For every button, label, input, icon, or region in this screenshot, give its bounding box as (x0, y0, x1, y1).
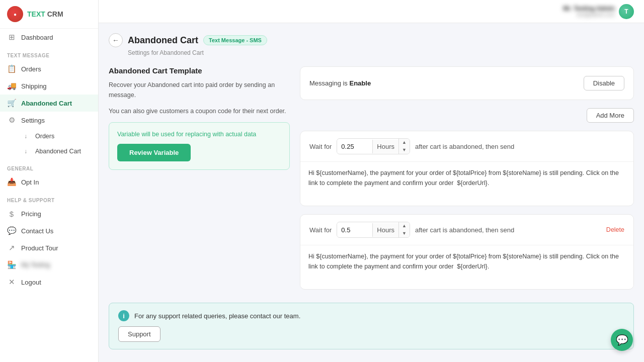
sidebar-item-opt-in[interactable]: 📥 Opt In (0, 173, 98, 191)
dashboard-icon: ⊞ (7, 33, 16, 42)
sidebar-item-user-store[interactable]: 🏪 My Testing (0, 256, 98, 274)
wait-input-group-2: Hours ▲ ▼ (337, 222, 410, 238)
settings-abandoned-cart-icon: ↓ (21, 147, 30, 156)
messaging-status-row: Messaging is Enable Disable (309, 76, 624, 90)
section-title: Abandoned Cart Template (109, 66, 290, 75)
msg-wrap-2: Hi ${customerName}, the payment for your… (300, 245, 633, 289)
app-logo: ● TEXT CRM (0, 0, 98, 29)
logout-icon: ✕ (7, 278, 16, 287)
sidebar-item-settings-abandoned-cart[interactable]: ↓ Abandoned Cart (21, 144, 98, 159)
wait-label-2: Wait for (309, 226, 332, 234)
disable-button[interactable]: Disable (584, 76, 624, 90)
back-button[interactable]: ← (109, 33, 123, 47)
support-button[interactable]: Support (118, 326, 160, 342)
settings-submenu: ↓ Orders ↓ Abandoned Cart (0, 129, 98, 159)
product-tour-icon: ↗ (7, 243, 16, 252)
delete-button-2[interactable]: Delete (606, 226, 624, 233)
wait-number-input-1[interactable] (337, 140, 372, 153)
sidebar-item-abandoned-cart[interactable]: 🛒 Abandoned Cart (0, 95, 98, 112)
support-row: i For any support related queries, pleas… (118, 310, 624, 321)
wait-unit-1: Hours (372, 140, 398, 153)
review-variable-button[interactable]: Review Variable (117, 144, 191, 161)
sms-badge: Text Message - SMS (203, 35, 267, 45)
after-text-1: after cart is abandoned, then send (415, 143, 624, 150)
settings-orders-icon: ↓ (21, 132, 30, 141)
wait-spinner-2: ▲ ▼ (398, 222, 410, 237)
sidebar-item-contact-us[interactable]: 💬 Contact Us (0, 222, 98, 239)
sidebar-item-orders[interactable]: 📋 Orders (0, 60, 98, 77)
sidebar-item-settings-orders[interactable]: ↓ Orders (21, 129, 98, 144)
messaging-status-card: Messaging is Enable Disable (300, 66, 634, 100)
right-panel: Messaging is Enable Disable Add More Wai… (300, 66, 634, 298)
chat-fab-button[interactable]: 💬 (611, 329, 633, 351)
settings-icon: ⚙ (7, 116, 16, 125)
after-text-2: after cart is abandoned, then send (415, 226, 601, 234)
spinner-up-1[interactable]: ▲ (399, 139, 410, 146)
sidebar-item-logout[interactable]: ✕ Logout (0, 274, 98, 291)
msg-wrap-1: Hi ${customerName}, the payment for your… (300, 161, 633, 206)
user-name: Mr. Testing Admin (563, 5, 615, 12)
content-row: Abandoned Cart Template Recover your Aba… (109, 66, 634, 298)
page-header: ← Abandoned Cart Text Message - SMS (109, 33, 634, 47)
support-bar: i For any support related queries, pleas… (109, 303, 634, 349)
contact-us-icon: 💬 (7, 226, 16, 235)
spinner-up-2[interactable]: ▲ (399, 222, 410, 230)
sidebar-item-dashboard[interactable]: ⊞ Dashboard (0, 29, 98, 46)
left-panel: Abandoned Cart Template Recover your Aba… (109, 66, 290, 170)
sidebar: ● TEXT CRM ⊞ Dashboard TEXT MESSAGE 📋 Or… (0, 0, 99, 362)
app-name: TEXT CRM (27, 10, 63, 18)
section-desc-1: Recover your Abandoned cart into paid or… (109, 80, 290, 100)
general-section-label: GENERAL (0, 159, 98, 173)
message-textarea-1[interactable]: Hi ${customerName}, the payment for your… (300, 161, 633, 204)
wait-card-2-header: Wait for Hours ▲ ▼ after cart is abandon… (300, 215, 633, 245)
topbar: Mr. Testing Admin test@admin.com T (99, 0, 644, 23)
wait-unit-2: Hours (372, 223, 398, 237)
sidebar-item-settings[interactable]: ⚙ Settings (0, 112, 98, 129)
main-content: ← Abandoned Cart Text Message - SMS Sett… (99, 23, 644, 362)
shipping-icon: 🚚 (7, 81, 16, 90)
opt-in-icon: 📥 (7, 177, 16, 187)
wait-spinner-1: ▲ ▼ (398, 139, 410, 154)
section-desc-2: You can also give customers a coupon cod… (109, 106, 290, 116)
wait-label-1: Wait for (309, 143, 332, 150)
help-section-label: HELP & SUPPORT (0, 191, 98, 205)
messaging-status-label: Messaging is Enable (309, 79, 371, 87)
store-icon: 🏪 (7, 260, 16, 269)
support-text: For any support related queries, please … (134, 312, 300, 320)
spinner-down-1[interactable]: ▼ (399, 146, 410, 154)
wait-input-group-1: Hours ▲ ▼ (337, 138, 410, 154)
add-more-button[interactable]: Add More (587, 108, 634, 123)
info-icon: i (118, 310, 129, 321)
orders-icon: 📋 (7, 64, 16, 73)
avatar: T (619, 4, 634, 19)
page-title: Abandoned Cart (128, 35, 198, 46)
spinner-down-2[interactable]: ▼ (399, 230, 410, 237)
sidebar-item-shipping[interactable]: 🚚 Shipping (0, 77, 98, 95)
abandoned-cart-icon: 🛒 (7, 99, 16, 108)
wait-number-input-2[interactable] (337, 223, 372, 237)
wait-card-1-header: Wait for Hours ▲ ▼ after cart is abandon… (300, 131, 633, 161)
text-message-section-label: TEXT MESSAGE (0, 46, 98, 60)
add-more-row: Add More (300, 108, 634, 123)
page-subtitle: Settings for Abandoned Cart (128, 49, 634, 56)
sidebar-item-pricing[interactable]: $ Pricing (0, 205, 98, 222)
variable-hint: Variable will be used for replacing with… (117, 131, 281, 138)
user-email: test@admin.com (563, 12, 615, 18)
wait-card-1: Wait for Hours ▲ ▼ after cart is abandon… (300, 131, 634, 206)
wait-card-2: Wait for Hours ▲ ▼ after cart is abandon… (300, 214, 634, 290)
sidebar-item-product-tour[interactable]: ↗ Product Tour (0, 239, 98, 256)
message-textarea-2[interactable]: Hi ${customerName}, the payment for your… (300, 245, 633, 288)
logo-icon: ● (7, 6, 23, 22)
pricing-icon: $ (7, 209, 16, 218)
user-info: Mr. Testing Admin test@admin.com (563, 5, 615, 18)
variable-box: Variable will be used for replacing with… (109, 122, 290, 170)
